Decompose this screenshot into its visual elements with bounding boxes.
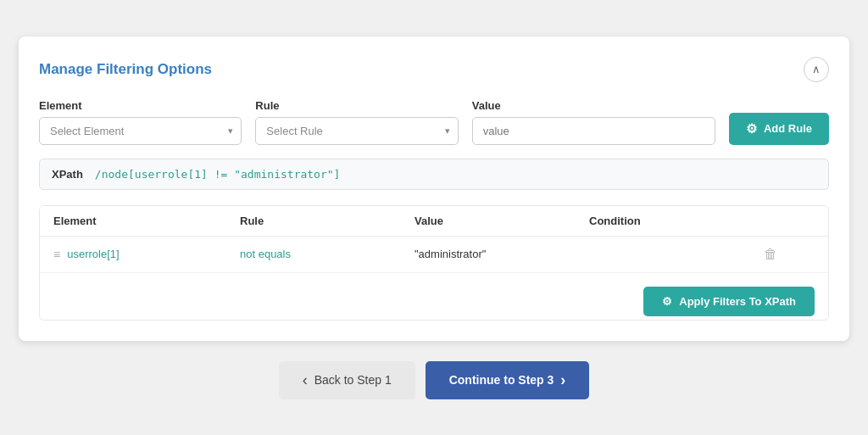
rule-select[interactable]: Select Rule bbox=[255, 117, 458, 145]
add-rule-button[interactable]: ⚙ Add Rule bbox=[729, 113, 829, 145]
table-header-row: Element Rule Value Condition bbox=[40, 206, 828, 237]
rule-group: Rule Select Rule ▾ bbox=[255, 99, 458, 145]
back-button-label: Back to Step 1 bbox=[314, 373, 392, 387]
value-input[interactable] bbox=[472, 117, 715, 145]
element-label: Element bbox=[39, 99, 242, 112]
filter-table: Element Rule Value Condition ≡ userrole[… bbox=[39, 205, 829, 321]
element-select[interactable]: Select Element bbox=[39, 117, 242, 145]
chevron-left-icon bbox=[303, 371, 308, 389]
col-header-element: Element bbox=[53, 215, 240, 227]
panel-title: Manage Filtering Options bbox=[39, 61, 212, 78]
value-label: Value bbox=[472, 99, 715, 112]
delete-row-button[interactable]: 🗑 bbox=[764, 247, 777, 262]
chevron-up-icon bbox=[812, 63, 821, 75]
row-element-value: userrole[1] bbox=[67, 248, 119, 260]
panel-header: Manage Filtering Options bbox=[39, 57, 829, 82]
xpath-row: XPath /node[userrole[1] != "administrato… bbox=[39, 159, 829, 190]
col-header-actions bbox=[764, 215, 815, 227]
col-header-value: Value bbox=[415, 215, 589, 227]
drag-handle-icon[interactable]: ≡ bbox=[53, 248, 60, 261]
row-delete-cell: 🗑 bbox=[764, 247, 815, 262]
rule-label: Rule bbox=[255, 99, 458, 112]
add-rule-label: Add Rule bbox=[764, 122, 812, 135]
filter-form-row: Element Select Element ▾ Rule Select Rul… bbox=[39, 99, 829, 145]
element-select-wrapper: Select Element ▾ bbox=[39, 117, 242, 145]
footer-navigation: Back to Step 1 Continue to Step 3 bbox=[279, 361, 590, 399]
collapse-button[interactable] bbox=[804, 57, 829, 82]
back-to-step-button[interactable]: Back to Step 1 bbox=[279, 361, 415, 399]
row-value-cell: "administrator" bbox=[415, 248, 589, 260]
col-header-condition: Condition bbox=[589, 215, 764, 227]
xpath-value: /node[userrole[1] != "administrator"] bbox=[95, 168, 341, 181]
apply-gear-icon: ⚙ bbox=[662, 295, 672, 308]
row-rule-cell: not equals bbox=[240, 248, 415, 260]
xpath-label: XPath bbox=[52, 168, 83, 181]
chevron-right-icon bbox=[560, 371, 565, 389]
trash-icon: 🗑 bbox=[764, 247, 777, 262]
manage-filtering-panel: Manage Filtering Options Element Select … bbox=[19, 36, 849, 341]
continue-button-label: Continue to Step 3 bbox=[449, 373, 554, 387]
table-row: ≡ userrole[1] not equals "administrator"… bbox=[40, 237, 828, 273]
gear-icon: ⚙ bbox=[746, 121, 757, 137]
continue-to-step-button[interactable]: Continue to Step 3 bbox=[426, 361, 590, 399]
row-element-cell: ≡ userrole[1] bbox=[53, 248, 240, 261]
rule-select-wrapper: Select Rule ▾ bbox=[255, 117, 458, 145]
apply-filters-button[interactable]: ⚙ Apply Filters To XPath bbox=[643, 287, 815, 316]
apply-row: ⚙ Apply Filters To XPath bbox=[40, 273, 828, 320]
apply-filters-label: Apply Filters To XPath bbox=[679, 295, 796, 308]
col-header-rule: Rule bbox=[240, 215, 415, 227]
value-group: Value bbox=[472, 99, 715, 145]
element-group: Element Select Element ▾ bbox=[39, 99, 242, 145]
